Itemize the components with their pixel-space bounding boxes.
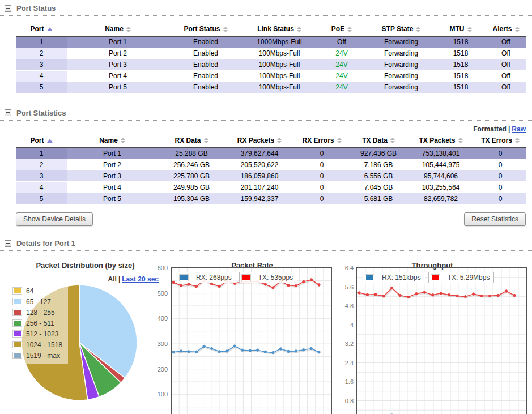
table-row[interactable]: 4Port 4Enabled100Mbps-Full24VForwarding1… [16,70,526,82]
column-header-port[interactable]: Port [16,23,67,36]
data-point [249,349,251,352]
show-device-details-button[interactable]: Show Device Details [16,212,93,226]
table-cell: 256.246 GB [158,159,225,170]
collapse-icon[interactable] [5,109,11,116]
format-toggle-raw-link[interactable]: Raw [512,125,526,133]
column-header-poe[interactable]: PoE [316,23,367,36]
table-cell: 100Mbps-Full [242,82,316,93]
table-row[interactable]: 2Port 2256.246 GB205,520,62207.186 GB105… [16,159,526,170]
table-row[interactable]: 3Port 3Enabled100Mbps-Full24VForwarding1… [16,59,526,70]
legend-color [180,275,188,280]
legend-color [14,342,21,347]
data-point [505,290,507,292]
sort-icon [121,138,125,143]
table-cell: 82,659,782 [407,193,475,204]
data-point [241,349,244,351]
table-cell: 4 [16,182,67,193]
table-cell: Off [486,48,526,59]
pie-legend-item: 1519 - max [12,350,62,361]
port-status-table: PortNamePort StatusLink StatusPoESTP Sta… [16,23,526,93]
table-cell: 103,255,564 [407,182,475,193]
column-header-port-status[interactable]: Port Status [169,23,242,36]
table-row[interactable]: 5Port 5195.304 GB159,942,33705.681 GB82,… [16,193,526,204]
port-statistics-section-header: Port Statistics [0,105,532,121]
column-header-label: MTU [450,25,465,33]
data-point [272,351,274,353]
table-cell: 3 [16,59,67,70]
legend-swatch-icon [12,341,22,348]
data-point [287,284,290,287]
legend-swatch-icon [431,274,440,281]
data-point [480,295,483,297]
table-cell: Port 3 [67,170,158,182]
data-point [172,281,175,283]
table-cell: 24V [316,48,367,59]
data-point [172,351,175,353]
column-header-rx-data[interactable]: RX Data [158,134,225,148]
pie-legend-item: 128 - 255 [12,307,62,318]
column-header-label: STP State [382,25,414,33]
column-header-port[interactable]: Port [16,134,67,148]
table-row[interactable]: 4Port 4249.985 GB201,107,24007.045 GB103… [16,182,526,193]
table-row[interactable]: 3Port 3225.780 GB186,059,86006.556 GB95,… [16,170,526,182]
legend-swatch-icon [179,274,189,281]
column-header-tx-errors[interactable]: TX Errors [475,134,526,148]
table-cell: 0 [293,148,350,159]
table-row[interactable]: 1Port 125.288 GB379,627,6440927.436 GB75… [16,148,526,159]
reset-statistics-button[interactable]: Reset Statistics [464,212,526,226]
table-cell: 0 [293,193,350,204]
data-point [358,292,360,294]
column-header-rx-errors[interactable]: RX Errors [293,134,350,148]
section-title-port-statistics: Port Statistics [16,109,66,117]
sort-icon [337,138,342,143]
port-status-section-header: Port Status [0,0,532,16]
data-point [295,285,297,287]
table-cell: 1 [16,36,67,48]
collapse-icon[interactable] [5,240,11,247]
column-header-label: Port [31,136,44,144]
legend-label: 256 - 511 [26,319,54,327]
column-header-mtu[interactable]: MTU [435,23,486,36]
sort-icon [297,27,301,32]
legend-swatch-icon [12,287,22,295]
sort-icon [347,27,352,32]
table-row[interactable]: 5Port 5Enabled100Mbps-Full24VForwarding1… [16,82,526,93]
table-row[interactable]: 1Port 1Enabled1000Mbps-FullOffForwarding… [16,36,526,48]
data-point [464,295,466,297]
column-header-tx-packets[interactable]: TX Packets [407,134,475,148]
data-point [303,280,305,283]
format-toggle-separator: | [508,125,510,133]
legend-color [242,275,250,280]
table-cell: 5 [16,193,67,204]
data-point [218,285,220,287]
column-header-rx-packets[interactable]: RX Packets [225,134,293,148]
column-header-label: Name [99,136,118,144]
data-point [180,350,182,352]
sort-ascending-icon [47,27,53,31]
column-header-alerts[interactable]: Alerts [486,23,526,36]
packet-rate-line-chart: 100200300400500600packets [151,266,333,414]
table-cell: 249.985 GB [158,182,225,193]
column-header-label: RX Packets [237,136,274,144]
column-header-stp-state[interactable]: STP State [367,23,435,36]
table-cell: 1518 [435,82,486,93]
table-row[interactable]: 2Port 2Enabled100Mbps-Full24VForwarding1… [16,48,526,59]
throughput-line-chart: 0.81.62.43.244.85.66.4Mbps [337,266,529,414]
column-header-name[interactable]: Name [67,23,169,36]
table-cell: 24V [316,70,367,82]
table-cell: 186,059,860 [225,170,293,182]
y-axis-tick-label: 4.8 [345,302,354,309]
collapse-icon[interactable] [5,5,11,12]
sort-icon [458,138,463,143]
table-cell: Forwarding [367,36,435,48]
table-cell: 105,444,975 [407,159,475,170]
table-cell: 24V [316,59,367,70]
column-header-tx-data[interactable]: TX Data [350,134,407,148]
table-cell: 2 [16,159,67,170]
y-axis-tick-label: 500 [158,290,168,297]
table-cell: 0 [475,148,526,159]
column-header-link-status[interactable]: Link Status [242,23,316,36]
data-point [287,350,290,352]
column-header-name[interactable]: Name [67,134,158,148]
data-point [195,351,197,353]
